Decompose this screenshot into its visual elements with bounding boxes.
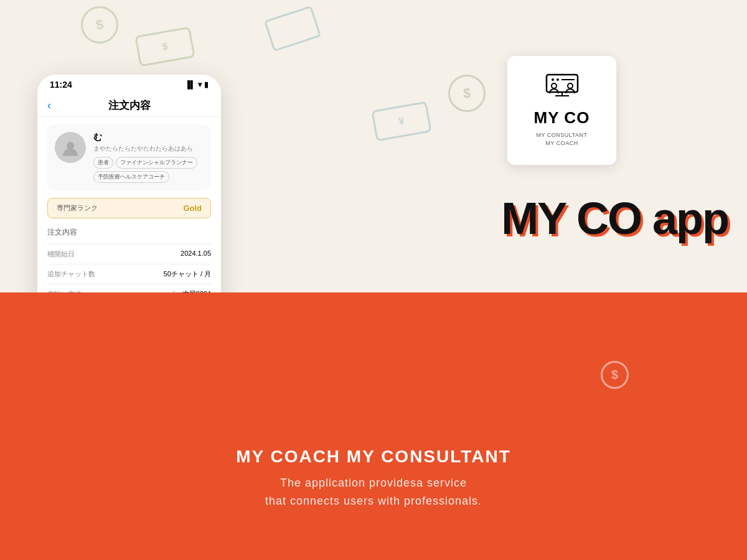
- tag-2: 予防医療ヘルスケアコーチ: [93, 171, 169, 183]
- top-section: $ $ ¥ $ 11:24 ▐▌ ▾ ▮ ‹ 注文内容: [0, 0, 747, 292]
- tag-1: ファイナンシャルプランナー: [116, 157, 197, 169]
- svg-point-7: [557, 78, 559, 81]
- logo-icon-area: [540, 73, 584, 105]
- bottom-desc-line2: that connects users with professionals.: [265, 495, 482, 507]
- deco-dollar-bottom: $: [601, 361, 629, 389]
- deco-dollar-2: $: [448, 75, 486, 112]
- logo-svg-icon: [540, 73, 584, 105]
- back-button[interactable]: ‹: [47, 99, 51, 112]
- logo-sub-line1: MY CONSULTANT: [536, 132, 587, 138]
- svg-point-4: [552, 83, 557, 88]
- bottom-section: React.js Node.js ReactNative $ MY COACH …: [0, 292, 747, 560]
- phone-status-bar: 11:24 ▐▌ ▾ ▮: [37, 75, 221, 95]
- order-row-1: 追加チャット数 50チャット / 月: [47, 264, 211, 284]
- bottom-desc: The application providesa service that c…: [0, 474, 747, 510]
- phone-nav: ‹ 注文内容: [37, 95, 221, 117]
- bottom-desc-line1: The application providesa service: [280, 477, 467, 489]
- rank-badge: 専門家ランク Gold: [47, 198, 211, 218]
- avatar: [55, 132, 86, 163]
- svg-point-0: [67, 142, 74, 149]
- profile-desc: まやたらたらたやたわたらあはあら: [93, 144, 204, 153]
- section-title: 注文内容: [47, 227, 211, 238]
- svg-point-5: [568, 83, 573, 88]
- deco-bill-1: $: [134, 27, 195, 67]
- profile-tags: 患者 ファイナンシャルプランナー 予防医療ヘルスケアコーチ: [93, 157, 204, 183]
- order-label-2: 支払い方法: [47, 289, 82, 292]
- order-value-0: 2024.1.05: [181, 250, 211, 259]
- profile-card: む まやたらたらたやたわたらあはあら 患者 ファイナンシャルプランナー 予防医療…: [47, 124, 211, 190]
- logo-subtitle: MY CONSULTANT MY COACH: [536, 131, 587, 147]
- profile-info: む まやたらたらたやたわたらあはあら 患者 ファイナンシャルプランナー 予防医療…: [93, 132, 204, 183]
- phone-status-icons: ▐▌ ▾ ▮: [185, 80, 209, 89]
- order-row-0: 稽開始日 2024.1.05: [47, 245, 211, 264]
- logo-title: MY CO: [534, 108, 590, 128]
- main-title: MY CO app: [501, 193, 728, 244]
- order-label-0: 稽開始日: [47, 250, 75, 259]
- bottom-content: MY COACH MY CONSULTANT The application p…: [0, 447, 747, 510]
- phone-time: 11:24: [50, 80, 72, 90]
- logo-card: MY CO MY CONSULTANT MY COACH: [507, 56, 616, 165]
- phone-mockup: 11:24 ▐▌ ▾ ▮ ‹ 注文内容: [37, 75, 221, 292]
- deco-bill-2: ¥: [371, 101, 431, 142]
- order-value-2: visa末尾2024: [170, 289, 211, 292]
- rank-label: 専門家ランク: [57, 203, 98, 213]
- wifi-icon: ▾: [198, 80, 202, 89]
- deco-card-1: [264, 6, 321, 52]
- rank-value: Gold: [183, 203, 202, 213]
- tag-0: 患者: [93, 157, 113, 169]
- phone-content: む まやたらたらたやたわたらあはあら 患者 ファイナンシャルプランナー 予防医療…: [37, 117, 221, 292]
- order-table: 稽開始日 2024.1.05 追加チャット数 50チャット / 月 支払い方法 …: [47, 244, 211, 292]
- nav-title: 注文内容: [108, 98, 151, 113]
- svg-point-6: [552, 78, 554, 81]
- order-value-1: 50チャット / 月: [164, 269, 211, 279]
- deco-dollar-1: $: [78, 3, 121, 47]
- battery-icon: ▮: [204, 80, 209, 89]
- order-row-2: 支払い方法 visa末尾2024: [47, 284, 211, 292]
- signal-icon: ▐▌: [185, 80, 195, 89]
- logo-sub-line2: MY COACH: [545, 140, 578, 146]
- order-label-1: 追加チャット数: [47, 269, 95, 279]
- bottom-heading: MY COACH MY CONSULTANT: [0, 447, 747, 467]
- profile-name: む: [93, 132, 204, 143]
